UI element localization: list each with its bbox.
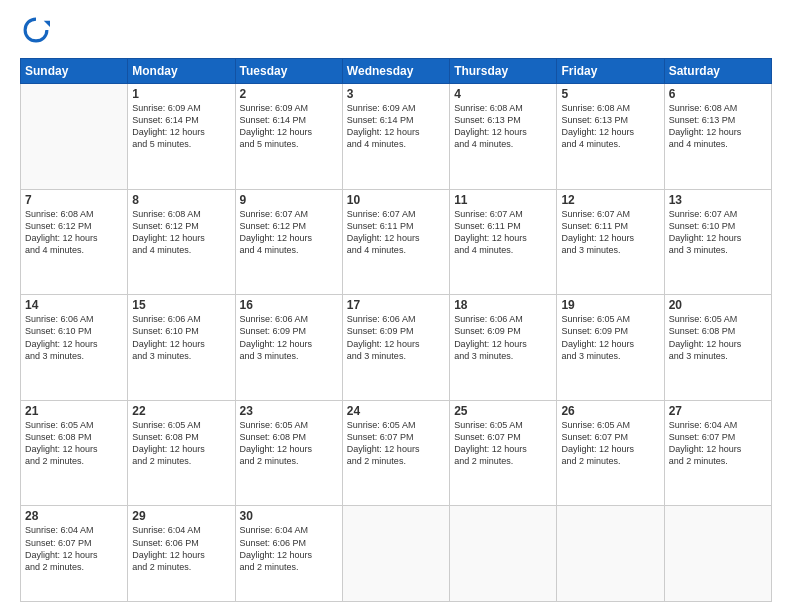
calendar-cell: 15Sunrise: 6:06 AM Sunset: 6:10 PM Dayli… <box>128 295 235 401</box>
day-number: 4 <box>454 87 552 101</box>
calendar-cell <box>21 84 128 190</box>
day-number: 29 <box>132 509 230 523</box>
cell-info: Sunrise: 6:07 AM Sunset: 6:10 PM Dayligh… <box>669 208 767 257</box>
calendar-cell: 19Sunrise: 6:05 AM Sunset: 6:09 PM Dayli… <box>557 295 664 401</box>
calendar-cell: 10Sunrise: 6:07 AM Sunset: 6:11 PM Dayli… <box>342 189 449 295</box>
day-number: 23 <box>240 404 338 418</box>
calendar-cell <box>664 506 771 602</box>
day-number: 14 <box>25 298 123 312</box>
calendar-week-row: 14Sunrise: 6:06 AM Sunset: 6:10 PM Dayli… <box>21 295 772 401</box>
weekday-header: Thursday <box>450 59 557 84</box>
day-number: 16 <box>240 298 338 312</box>
svg-marker-0 <box>44 21 50 27</box>
calendar-cell: 26Sunrise: 6:05 AM Sunset: 6:07 PM Dayli… <box>557 400 664 506</box>
day-number: 18 <box>454 298 552 312</box>
calendar-cell: 23Sunrise: 6:05 AM Sunset: 6:08 PM Dayli… <box>235 400 342 506</box>
cell-info: Sunrise: 6:05 AM Sunset: 6:08 PM Dayligh… <box>25 419 123 468</box>
cell-info: Sunrise: 6:05 AM Sunset: 6:07 PM Dayligh… <box>561 419 659 468</box>
cell-info: Sunrise: 6:06 AM Sunset: 6:09 PM Dayligh… <box>454 313 552 362</box>
weekday-header: Monday <box>128 59 235 84</box>
header <box>20 16 772 48</box>
calendar-week-row: 1Sunrise: 6:09 AM Sunset: 6:14 PM Daylig… <box>21 84 772 190</box>
day-number: 11 <box>454 193 552 207</box>
day-number: 15 <box>132 298 230 312</box>
day-number: 13 <box>669 193 767 207</box>
cell-info: Sunrise: 6:07 AM Sunset: 6:12 PM Dayligh… <box>240 208 338 257</box>
calendar-cell: 2Sunrise: 6:09 AM Sunset: 6:14 PM Daylig… <box>235 84 342 190</box>
calendar-cell: 1Sunrise: 6:09 AM Sunset: 6:14 PM Daylig… <box>128 84 235 190</box>
calendar-cell: 8Sunrise: 6:08 AM Sunset: 6:12 PM Daylig… <box>128 189 235 295</box>
calendar-cell: 14Sunrise: 6:06 AM Sunset: 6:10 PM Dayli… <box>21 295 128 401</box>
calendar-cell: 6Sunrise: 6:08 AM Sunset: 6:13 PM Daylig… <box>664 84 771 190</box>
logo <box>20 16 50 48</box>
day-number: 26 <box>561 404 659 418</box>
day-number: 5 <box>561 87 659 101</box>
calendar-table: SundayMondayTuesdayWednesdayThursdayFrid… <box>20 58 772 602</box>
day-number: 9 <box>240 193 338 207</box>
cell-info: Sunrise: 6:08 AM Sunset: 6:13 PM Dayligh… <box>669 102 767 151</box>
day-number: 2 <box>240 87 338 101</box>
day-number: 8 <box>132 193 230 207</box>
cell-info: Sunrise: 6:05 AM Sunset: 6:08 PM Dayligh… <box>132 419 230 468</box>
cell-info: Sunrise: 6:05 AM Sunset: 6:07 PM Dayligh… <box>454 419 552 468</box>
day-number: 25 <box>454 404 552 418</box>
logo-icon <box>22 16 50 44</box>
cell-info: Sunrise: 6:04 AM Sunset: 6:07 PM Dayligh… <box>669 419 767 468</box>
weekday-header: Friday <box>557 59 664 84</box>
day-number: 24 <box>347 404 445 418</box>
calendar-week-row: 28Sunrise: 6:04 AM Sunset: 6:07 PM Dayli… <box>21 506 772 602</box>
cell-info: Sunrise: 6:05 AM Sunset: 6:09 PM Dayligh… <box>561 313 659 362</box>
page: SundayMondayTuesdayWednesdayThursdayFrid… <box>0 0 792 612</box>
day-number: 6 <box>669 87 767 101</box>
day-number: 19 <box>561 298 659 312</box>
calendar-cell: 29Sunrise: 6:04 AM Sunset: 6:06 PM Dayli… <box>128 506 235 602</box>
calendar-cell: 21Sunrise: 6:05 AM Sunset: 6:08 PM Dayli… <box>21 400 128 506</box>
cell-info: Sunrise: 6:05 AM Sunset: 6:08 PM Dayligh… <box>240 419 338 468</box>
cell-info: Sunrise: 6:08 AM Sunset: 6:13 PM Dayligh… <box>561 102 659 151</box>
calendar-cell <box>557 506 664 602</box>
calendar-cell: 24Sunrise: 6:05 AM Sunset: 6:07 PM Dayli… <box>342 400 449 506</box>
calendar-week-row: 21Sunrise: 6:05 AM Sunset: 6:08 PM Dayli… <box>21 400 772 506</box>
day-number: 7 <box>25 193 123 207</box>
cell-info: Sunrise: 6:09 AM Sunset: 6:14 PM Dayligh… <box>240 102 338 151</box>
cell-info: Sunrise: 6:07 AM Sunset: 6:11 PM Dayligh… <box>561 208 659 257</box>
day-number: 28 <box>25 509 123 523</box>
calendar-week-row: 7Sunrise: 6:08 AM Sunset: 6:12 PM Daylig… <box>21 189 772 295</box>
calendar-cell: 22Sunrise: 6:05 AM Sunset: 6:08 PM Dayli… <box>128 400 235 506</box>
weekday-header: Saturday <box>664 59 771 84</box>
day-number: 3 <box>347 87 445 101</box>
day-number: 27 <box>669 404 767 418</box>
day-number: 30 <box>240 509 338 523</box>
cell-info: Sunrise: 6:08 AM Sunset: 6:12 PM Dayligh… <box>25 208 123 257</box>
calendar-cell: 20Sunrise: 6:05 AM Sunset: 6:08 PM Dayli… <box>664 295 771 401</box>
calendar-cell: 11Sunrise: 6:07 AM Sunset: 6:11 PM Dayli… <box>450 189 557 295</box>
calendar-cell <box>342 506 449 602</box>
calendar-cell: 17Sunrise: 6:06 AM Sunset: 6:09 PM Dayli… <box>342 295 449 401</box>
weekday-header: Sunday <box>21 59 128 84</box>
calendar-cell: 16Sunrise: 6:06 AM Sunset: 6:09 PM Dayli… <box>235 295 342 401</box>
day-number: 21 <box>25 404 123 418</box>
cell-info: Sunrise: 6:07 AM Sunset: 6:11 PM Dayligh… <box>454 208 552 257</box>
calendar-cell: 28Sunrise: 6:04 AM Sunset: 6:07 PM Dayli… <box>21 506 128 602</box>
day-number: 12 <box>561 193 659 207</box>
calendar-cell: 7Sunrise: 6:08 AM Sunset: 6:12 PM Daylig… <box>21 189 128 295</box>
calendar-cell: 27Sunrise: 6:04 AM Sunset: 6:07 PM Dayli… <box>664 400 771 506</box>
cell-info: Sunrise: 6:09 AM Sunset: 6:14 PM Dayligh… <box>347 102 445 151</box>
calendar-cell: 25Sunrise: 6:05 AM Sunset: 6:07 PM Dayli… <box>450 400 557 506</box>
cell-info: Sunrise: 6:04 AM Sunset: 6:06 PM Dayligh… <box>132 524 230 573</box>
header-row: SundayMondayTuesdayWednesdayThursdayFrid… <box>21 59 772 84</box>
cell-info: Sunrise: 6:04 AM Sunset: 6:07 PM Dayligh… <box>25 524 123 573</box>
cell-info: Sunrise: 6:04 AM Sunset: 6:06 PM Dayligh… <box>240 524 338 573</box>
calendar-cell: 18Sunrise: 6:06 AM Sunset: 6:09 PM Dayli… <box>450 295 557 401</box>
day-number: 20 <box>669 298 767 312</box>
weekday-header: Wednesday <box>342 59 449 84</box>
calendar-cell: 4Sunrise: 6:08 AM Sunset: 6:13 PM Daylig… <box>450 84 557 190</box>
cell-info: Sunrise: 6:06 AM Sunset: 6:10 PM Dayligh… <box>25 313 123 362</box>
calendar-cell <box>450 506 557 602</box>
calendar-cell: 5Sunrise: 6:08 AM Sunset: 6:13 PM Daylig… <box>557 84 664 190</box>
cell-info: Sunrise: 6:09 AM Sunset: 6:14 PM Dayligh… <box>132 102 230 151</box>
cell-info: Sunrise: 6:06 AM Sunset: 6:09 PM Dayligh… <box>347 313 445 362</box>
cell-info: Sunrise: 6:08 AM Sunset: 6:12 PM Dayligh… <box>132 208 230 257</box>
day-number: 10 <box>347 193 445 207</box>
weekday-header: Tuesday <box>235 59 342 84</box>
